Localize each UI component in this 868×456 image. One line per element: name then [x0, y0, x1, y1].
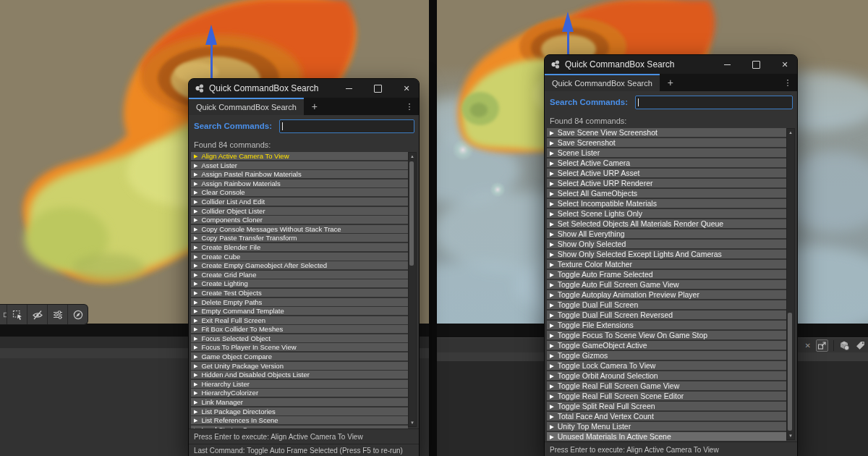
command-row[interactable]: Collider Object Lister: [191, 207, 408, 215]
command-row[interactable]: Save Screenshot: [547, 138, 786, 147]
row-arrow-icon: [194, 298, 201, 306]
command-row[interactable]: Focus Selected Object: [191, 334, 408, 342]
tab-bar: Quick CommandBox Search + ⋮: [189, 98, 419, 115]
command-row[interactable]: Select All GameObjects: [547, 189, 786, 198]
command-row[interactable]: Toggle Split Real Full Screen: [547, 402, 786, 410]
partial-tool-button[interactable]: [0, 305, 7, 324]
command-row[interactable]: Select Incompatible Materials: [547, 199, 786, 208]
command-row[interactable]: Toggle Dual Full Screen: [547, 300, 786, 309]
search-input[interactable]: [635, 96, 793, 109]
command-row[interactable]: Select Active URP Asset: [547, 169, 786, 177]
scrollbar-thumb[interactable]: [409, 161, 414, 266]
scroll-down-icon[interactable]: ▼: [409, 419, 416, 426]
command-row[interactable]: Show Only Selected Except Lights And Cam…: [547, 250, 786, 258]
add-tab-button[interactable]: +: [660, 74, 681, 91]
viewport-split-divider[interactable]: [429, 0, 437, 456]
command-row[interactable]: Toggle GameObject Active: [547, 341, 786, 350]
tab-quick-commandbox-search[interactable]: Quick CommandBox Search: [545, 74, 660, 91]
command-row[interactable]: Toggle Focus To Scene View On Game Stop: [547, 331, 786, 339]
command-row[interactable]: Show Only Selected: [547, 240, 786, 248]
command-row[interactable]: Assign Pastel Rainbow Materials: [191, 170, 408, 178]
command-row[interactable]: Delete Empty Paths: [191, 298, 408, 306]
command-row[interactable]: List Package Directories: [191, 408, 408, 415]
scrollbar[interactable]: ▲ ▼: [786, 128, 795, 440]
command-row[interactable]: Create Blender File: [191, 243, 408, 251]
command-row[interactable]: Create Cube: [191, 253, 408, 261]
command-row[interactable]: Clear Console: [191, 188, 408, 196]
minimize-button[interactable]: [715, 55, 739, 74]
command-row[interactable]: Hidden And Disabled Objects Lister: [191, 371, 408, 379]
command-row[interactable]: List References In Scene: [191, 416, 408, 424]
window-menu-button[interactable]: ⋮: [778, 74, 797, 91]
command-row[interactable]: Toggle Dual Full Screen Reversed: [547, 311, 786, 319]
command-row[interactable]: Collider List And Edit: [191, 198, 408, 206]
window-titlebar[interactable]: Quick CommandBox Search ✕: [545, 55, 797, 74]
command-row[interactable]: Create Test Objects: [191, 289, 408, 297]
command-row[interactable]: Get Unity Package Version: [191, 362, 408, 370]
command-row[interactable]: Load Startup Scene: [191, 426, 408, 428]
command-row[interactable]: Exit Real Full Screen: [191, 316, 408, 324]
prefab-filter-button[interactable]: [839, 340, 850, 351]
command-row[interactable]: Texture Color Matcher: [547, 260, 786, 269]
command-row[interactable]: HierarchyColorizer: [191, 389, 408, 397]
window-menu-button[interactable]: ⋮: [400, 98, 419, 115]
command-row[interactable]: Game Object Compare: [191, 352, 408, 360]
command-row[interactable]: Align Active Camera To View: [191, 152, 408, 160]
command-row[interactable]: Toggle Auto Frame Selected: [547, 270, 786, 279]
command-row[interactable]: Scene Lister: [547, 148, 786, 157]
command-row[interactable]: Assign Rainbow Materials: [191, 180, 408, 187]
close-button[interactable]: ✕: [773, 55, 797, 74]
scroll-up-icon[interactable]: ▲: [409, 153, 416, 160]
command-row[interactable]: Fit Box Collider To Meshes: [191, 325, 408, 333]
command-row[interactable]: Total Face And Vertex Count: [547, 412, 786, 421]
add-tab-button[interactable]: +: [304, 98, 326, 115]
command-row[interactable]: Select Active Camera: [547, 159, 786, 167]
window-titlebar[interactable]: Quick CommandBox Search ✕: [189, 79, 419, 98]
command-row[interactable]: Select Scene Lights Only: [547, 209, 786, 218]
last-command-hint: Last Command: Toggle Auto Frame Selected…: [189, 444, 419, 456]
maximize-button[interactable]: [365, 79, 390, 98]
command-row[interactable]: Create Empty Gameobject After Selected: [191, 261, 408, 269]
command-row[interactable]: Hierarchy Lister: [191, 380, 408, 388]
command-row[interactable]: Copy Paste Transfer Transform: [191, 234, 408, 242]
clear-search-icon[interactable]: ✕: [805, 342, 811, 350]
command-row[interactable]: Select Active URP Renderer: [547, 179, 786, 187]
command-row[interactable]: Unused Materials In Active Scene: [547, 432, 786, 441]
command-row[interactable]: Toggle Auto Full Screen Game View: [547, 280, 786, 289]
command-row[interactable]: Toggle File Extensions: [547, 321, 786, 329]
scrollbar-thumb[interactable]: [788, 313, 792, 431]
command-row[interactable]: Link Manager: [191, 398, 408, 406]
label-filter-button[interactable]: [855, 340, 866, 351]
row-arrow-icon: [194, 243, 201, 251]
command-row[interactable]: Toggle Lock Camera To View: [547, 361, 786, 370]
search-input[interactable]: [279, 119, 414, 133]
command-row[interactable]: Set Selected Objects All Materials Rende…: [547, 219, 786, 228]
filter-sliders-tool[interactable]: [47, 305, 67, 324]
command-row[interactable]: Toggle Real Full Screen Scene Editor: [547, 392, 786, 400]
command-row[interactable]: Copy Console Messages Without Stack Trac…: [191, 225, 408, 233]
command-row[interactable]: Asset Lister: [191, 161, 408, 169]
focus-window-button[interactable]: [816, 339, 828, 352]
command-row[interactable]: Focus To Player In Scene View: [191, 343, 408, 351]
command-row[interactable]: Toggle Gizmos: [547, 351, 786, 360]
command-row[interactable]: Toggle Orbit Around Selection: [547, 371, 786, 380]
scroll-down-icon[interactable]: ▼: [787, 432, 794, 439]
command-row[interactable]: Components Cloner: [191, 216, 408, 224]
command-row[interactable]: Unity Top Menu Lister: [547, 422, 786, 431]
scrollbar[interactable]: ▲ ▼: [408, 152, 417, 427]
scroll-up-icon[interactable]: ▲: [787, 129, 794, 136]
minimize-button[interactable]: [336, 79, 361, 98]
command-row[interactable]: Save Scene View Screenshot: [547, 128, 786, 137]
command-row[interactable]: Toggle Real Full Screen Game View: [547, 381, 786, 390]
command-row[interactable]: Show All Everything: [547, 229, 786, 238]
maximize-button[interactable]: [744, 55, 768, 74]
close-button[interactable]: ✕: [394, 79, 419, 98]
command-row[interactable]: Empty Command Template: [191, 307, 408, 315]
compass-tool[interactable]: [67, 305, 88, 324]
command-row[interactable]: Create Lighting: [191, 279, 408, 287]
command-row[interactable]: Toggle Autoplay Animation Preview Player: [547, 290, 786, 299]
hidden-objects-tool[interactable]: [27, 305, 47, 324]
marquee-select-tool[interactable]: [7, 305, 27, 324]
tab-quick-commandbox-search[interactable]: Quick CommandBox Search: [189, 98, 304, 115]
command-row[interactable]: Create Grid Plane: [191, 271, 408, 279]
